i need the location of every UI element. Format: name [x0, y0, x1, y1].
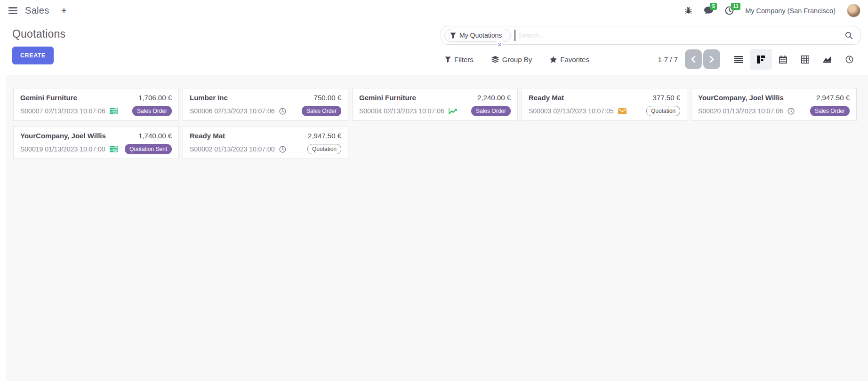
kanban-view-button[interactable] — [750, 49, 772, 70]
calendar-view-button[interactable] — [772, 49, 794, 70]
activities-icon[interactable]: 11 — [725, 6, 734, 15]
pager-next-button[interactable] — [703, 49, 720, 69]
pivot-view-icon — [801, 56, 809, 64]
card-customer: Gemini Furniture — [20, 94, 77, 102]
card-reference: S00019 01/13/2023 10:07:00 — [20, 145, 105, 153]
group-by-button[interactable]: Group By — [491, 56, 532, 64]
app-title[interactable]: Sales — [25, 5, 49, 16]
favorites-button[interactable]: Favorites — [550, 56, 589, 64]
card-reference: S00002 01/13/2023 10:07:00 — [190, 145, 275, 153]
graph-view-icon — [823, 56, 832, 63]
kanban-view-icon — [757, 56, 765, 64]
activities-count-badge: 11 — [731, 3, 740, 10]
card-reference: S00003 02/13/2023 10:07:05 — [529, 107, 614, 115]
filter-funnel-icon — [450, 32, 456, 39]
quotation-card[interactable]: YourCompany, Joel Willis 1,740.00 € S000… — [13, 126, 179, 159]
clock-activity-icon[interactable] — [279, 108, 286, 115]
search-input[interactable] — [515, 32, 845, 39]
debug-bug-icon[interactable] — [684, 7, 692, 15]
card-customer: Ready Mat — [529, 94, 564, 102]
card-amount: 377.50 € — [653, 94, 680, 102]
user-avatar[interactable] — [847, 4, 860, 17]
card-amount: 1,740.00 € — [138, 132, 172, 140]
tasks-activity-icon[interactable] — [110, 108, 118, 114]
quotation-card[interactable]: Lumber Inc 750.00 € S00006 02/13/2023 10… — [183, 88, 348, 121]
card-customer: Gemini Furniture — [359, 94, 416, 102]
messages-count-badge: 5 — [710, 3, 717, 10]
page-title: Quotations — [12, 28, 441, 40]
card-reference: S00004 02/13/2023 10:07:06 — [359, 107, 444, 115]
list-view-icon — [734, 56, 743, 63]
quotation-card[interactable]: Gemini Furniture 1,706.00 € S00007 02/13… — [13, 88, 179, 121]
clock-activity-icon[interactable] — [788, 108, 795, 115]
card-amount: 2,240.00 € — [477, 94, 511, 102]
envelope-activity-icon[interactable] — [618, 108, 627, 114]
status-badge: Quotation — [307, 144, 341, 154]
clock-activity-icon[interactable] — [279, 146, 286, 153]
create-button[interactable]: CREATE — [12, 47, 54, 64]
card-amount: 2,947.50 € — [816, 94, 850, 102]
new-window-button[interactable]: + — [62, 6, 67, 16]
status-badge: Sales Order — [810, 106, 850, 116]
card-customer: YourCompany, Joel Willis — [698, 94, 784, 102]
chart-activity-icon[interactable] — [449, 108, 458, 115]
search-bar: My Quotations × — [441, 26, 860, 45]
quotation-card[interactable]: Ready Mat 377.50 € S00003 02/13/2023 10:… — [522, 88, 687, 121]
search-facet: My Quotations — [444, 29, 511, 42]
search-icon[interactable] — [845, 32, 853, 40]
pager-previous-button[interactable] — [685, 49, 702, 69]
quotation-card[interactable]: Ready Mat 2,947.50 € S00002 01/13/2023 1… — [183, 126, 348, 159]
activity-view-icon — [845, 56, 853, 64]
quotation-card[interactable]: YourCompany, Joel Willis 2,947.50 € S000… — [691, 88, 857, 121]
filter-icon — [445, 56, 451, 63]
status-badge: Sales Order — [132, 106, 172, 116]
tasks-activity-icon[interactable] — [110, 146, 118, 152]
card-customer: Ready Mat — [190, 132, 225, 140]
view-switcher — [728, 49, 860, 70]
card-amount: 1,706.00 € — [138, 94, 172, 102]
graph-view-button[interactable] — [816, 49, 838, 70]
top-navbar: Sales + 5 11 My Company (San Francisco) — [0, 0, 868, 21]
star-icon — [550, 56, 557, 63]
messages-icon[interactable]: 5 — [704, 6, 714, 15]
calendar-view-icon — [779, 56, 787, 64]
status-badge: Sales Order — [302, 106, 341, 116]
status-badge: Quotation Sent — [125, 144, 172, 154]
layers-icon — [491, 56, 499, 63]
pivot-view-button[interactable] — [794, 49, 816, 70]
status-badge: Quotation — [646, 106, 680, 116]
apps-menu-icon[interactable] — [8, 5, 18, 16]
control-panel: Quotations CREATE My Quotations × Filter… — [0, 21, 868, 75]
search-facet-label: My Quotations — [459, 32, 502, 39]
card-customer: Lumber Inc — [190, 94, 228, 102]
remove-facet-icon[interactable]: × — [497, 41, 503, 48]
list-view-button[interactable] — [728, 49, 750, 70]
status-badge: Sales Order — [471, 106, 511, 116]
chevron-left-icon — [691, 56, 696, 63]
filters-label: Filters — [454, 56, 474, 64]
company-switcher[interactable]: My Company (San Francisco) — [745, 7, 836, 15]
chevron-right-icon — [709, 56, 714, 63]
favorites-label: Favorites — [560, 56, 589, 64]
card-amount: 2,947.50 € — [308, 132, 341, 140]
pager-range[interactable]: 1-7 / 7 — [658, 56, 678, 64]
card-reference: S00020 01/13/2023 10:07:06 — [698, 107, 783, 115]
card-customer: YourCompany, Joel Willis — [20, 132, 106, 140]
card-amount: 750.00 € — [314, 94, 341, 102]
kanban-board: Gemini Furniture 1,706.00 € S00007 02/13… — [6, 75, 868, 381]
group-by-label: Group By — [502, 56, 532, 64]
card-reference: S00006 02/13/2023 10:07:06 — [190, 107, 275, 115]
activity-view-button[interactable] — [838, 49, 860, 70]
card-reference: S00007 02/13/2023 10:07:06 — [20, 107, 105, 115]
filters-button[interactable]: Filters — [445, 56, 474, 64]
quotation-card[interactable]: Gemini Furniture 2,240.00 € S00004 02/13… — [352, 88, 518, 121]
